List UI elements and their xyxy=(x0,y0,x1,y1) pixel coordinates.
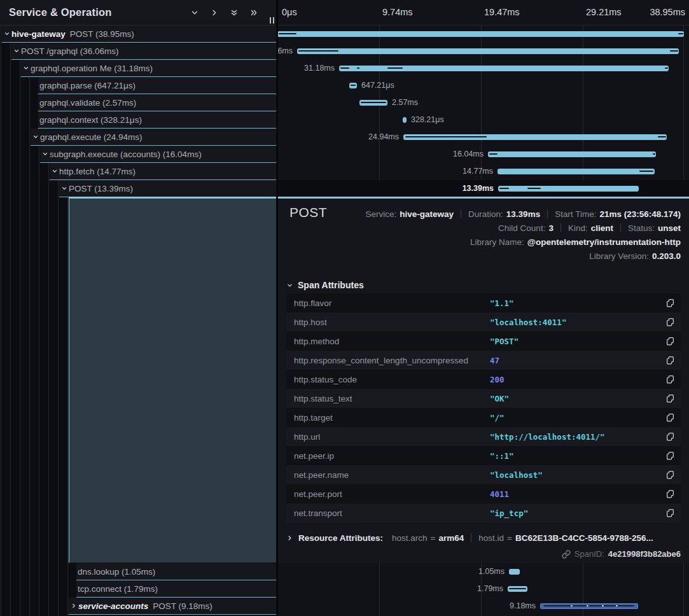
timeline-row[interactable]: 24.94ms xyxy=(278,129,689,146)
timeline-row[interactable]: 647.21μs xyxy=(278,77,689,94)
copy-value-button[interactable] xyxy=(659,508,681,518)
span-duration-label: 2.57ms xyxy=(392,94,418,111)
span-tree-row[interactable]: POST /graphql (36.06ms) xyxy=(11,43,276,60)
span-duration-bar[interactable] xyxy=(403,117,407,123)
attribute-key: net.peer.name xyxy=(286,470,490,480)
copy-value-button[interactable] xyxy=(659,394,681,403)
panel-divider[interactable] xyxy=(276,0,278,616)
span-id-value: 4e21998f3b82abe6 xyxy=(608,549,681,559)
copy-value-button[interactable] xyxy=(659,432,681,442)
attribute-key: http.method xyxy=(286,337,490,346)
overview-value: unset xyxy=(658,223,681,233)
attribute-row[interactable]: http.status_code200 xyxy=(286,370,681,389)
timeline-row[interactable]: 328.21μs xyxy=(278,111,689,129)
copy-value-button[interactable] xyxy=(659,337,681,346)
span-tree-row[interactable]: graphql.validate (2.57ms) xyxy=(38,94,276,111)
span-tree-row[interactable]: graphql.execute (24.94ms) xyxy=(31,129,276,146)
copy-icon xyxy=(666,318,674,327)
span-tree-row[interactable]: http.fetch (14.77ms) xyxy=(50,163,276,180)
timeline-row[interactable]: 31.18ms xyxy=(278,60,689,77)
attribute-value: "http://localhost:4011/" xyxy=(490,432,659,442)
indent-guide xyxy=(20,25,20,616)
span-duration-bar[interactable] xyxy=(488,151,656,157)
attribute-row[interactable]: net.peer.port4011 xyxy=(286,484,681,503)
chevron-down-icon[interactable] xyxy=(50,168,59,174)
timeline-row[interactable]: 16.04ms xyxy=(278,146,689,163)
span-tree-row[interactable]: tcp.connect (1.79ms) xyxy=(76,580,276,598)
attribute-row[interactable]: net.peer.name"localhost" xyxy=(286,465,681,484)
child-span-mark xyxy=(387,67,403,69)
span-tree-row[interactable]: graphql.parse (647.21μs) xyxy=(38,77,276,94)
timeline-row[interactable]: 38.95ms xyxy=(278,25,689,43)
overview-value: 0.203.0 xyxy=(652,251,681,261)
copy-value-button[interactable] xyxy=(659,298,681,308)
attribute-key: http.status_text xyxy=(286,394,490,403)
span-duration-bar[interactable] xyxy=(278,31,684,37)
span-tree-row[interactable]: graphql.operation Me (31.18ms) xyxy=(21,60,276,77)
chevron-down-icon[interactable] xyxy=(11,48,21,54)
timeline-row[interactable]: 13.39ms xyxy=(278,180,689,197)
copy-value-button[interactable] xyxy=(659,356,681,365)
timeline-row[interactable]: 1.05ms xyxy=(278,563,689,580)
copy-value-button[interactable] xyxy=(659,375,681,384)
copy-value-button[interactable] xyxy=(659,470,681,480)
expand-one-icon[interactable] xyxy=(209,7,220,18)
attribute-row[interactable]: http.url"http://localhost:4011/" xyxy=(286,427,681,446)
overview-separator xyxy=(620,223,621,232)
attribute-row[interactable]: http.target"/" xyxy=(286,408,681,427)
span-attributes-table: http.flavor"1.1"http.host"localhost:4011… xyxy=(286,293,681,522)
chevron-right-icon[interactable] xyxy=(69,603,78,609)
attribute-row[interactable]: http.method"POST" xyxy=(286,332,681,351)
timeline-row[interactable]: 36.06ms xyxy=(278,43,689,60)
collapse-one-icon[interactable] xyxy=(189,7,200,18)
copy-icon xyxy=(666,470,674,480)
child-span-mark xyxy=(544,605,634,606)
span-duration-bar[interactable] xyxy=(509,569,520,575)
attribute-row[interactable]: net.transport"ip_tcp" xyxy=(286,503,681,522)
link-icon[interactable] xyxy=(562,550,571,559)
copy-value-button[interactable] xyxy=(659,413,681,423)
attribute-row[interactable]: http.flavor"1.1" xyxy=(286,293,681,312)
attribute-row[interactable]: http.response_content_length_uncompresse… xyxy=(286,351,681,370)
span-tree-row[interactable]: dns.lookup (1.05ms) xyxy=(76,563,276,580)
chevron-down-icon[interactable] xyxy=(2,31,11,37)
span-tree-row[interactable]: subgraph.execute (accounts) (16.04ms) xyxy=(40,146,276,163)
copy-value-button[interactable] xyxy=(659,318,681,327)
attribute-value: "POST" xyxy=(490,337,659,346)
collapse-all-icon[interactable] xyxy=(228,7,240,18)
resource-attributes-row[interactable]: Resource Attributes: host.arch=arm64host… xyxy=(286,531,653,545)
chevron-down-icon[interactable] xyxy=(40,151,50,157)
span-tree-row[interactable]: hive-gatewayPOST (38.95ms) xyxy=(2,25,276,43)
copy-icon xyxy=(666,298,674,308)
overview-label: Duration: xyxy=(468,209,503,219)
chevron-down-icon[interactable] xyxy=(21,65,31,71)
timeline-tick-label: 19.47ms xyxy=(484,7,520,17)
timeline-row[interactable]: 9.18ms xyxy=(278,598,689,615)
span-tree-row[interactable]: graphql.context (328.21μs) xyxy=(38,111,276,129)
chevron-down-icon[interactable] xyxy=(31,134,40,140)
span-duration-label: 328.21μs xyxy=(411,111,444,129)
child-span-mark xyxy=(670,50,678,52)
expand-all-icon[interactable] xyxy=(248,7,260,18)
span-duration-bar[interactable] xyxy=(297,48,679,54)
overview-label: Child Count: xyxy=(498,223,545,233)
span-tree-row[interactable]: service-accountsPOST (9.18ms) xyxy=(69,598,276,615)
child-span-mark xyxy=(653,153,655,155)
copy-value-button[interactable] xyxy=(659,451,681,461)
span-duration-bar[interactable] xyxy=(498,169,655,174)
timeline-row[interactable]: 14.77ms xyxy=(278,163,689,180)
span-tree-row[interactable]: POST (13.39ms) xyxy=(59,180,276,197)
attribute-row[interactable]: net.peer.ip"::1" xyxy=(286,446,681,465)
span-attributes-toggle[interactable]: Span Attributes xyxy=(286,280,364,290)
span-duration-label: 1.05ms xyxy=(478,563,505,580)
span-duration-label: 13.39ms xyxy=(463,180,494,197)
attribute-row[interactable]: http.host"localhost:4011" xyxy=(286,312,681,332)
panel-resize-grip[interactable] xyxy=(270,17,274,24)
attribute-row[interactable]: http.status_text"OK" xyxy=(286,389,681,408)
chevron-down-icon[interactable] xyxy=(59,185,69,192)
span-duration-label: 14.77ms xyxy=(463,163,493,180)
timeline-row[interactable]: 2.57ms xyxy=(278,94,689,111)
copy-value-button[interactable] xyxy=(659,489,681,499)
span-duration-bar[interactable] xyxy=(498,186,639,192)
timeline-row[interactable]: 1.79ms xyxy=(278,580,689,598)
